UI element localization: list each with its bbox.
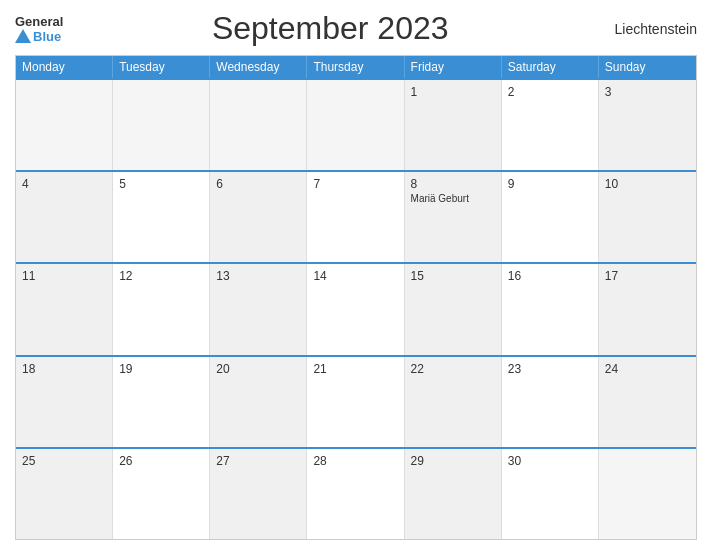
day-cell: 25 <box>16 449 113 539</box>
day-number: 10 <box>605 177 690 191</box>
day-cell: 27 <box>210 449 307 539</box>
day-cell: 16 <box>502 264 599 354</box>
day-number: 21 <box>313 362 397 376</box>
day-cell: 23 <box>502 357 599 447</box>
day-cell: 13 <box>210 264 307 354</box>
logo-general-text: General <box>15 14 63 29</box>
day-headers-row: MondayTuesdayWednesdayThursdayFridaySatu… <box>16 56 696 78</box>
day-header-thursday: Thursday <box>307 56 404 78</box>
week-row-4: 252627282930 <box>16 447 696 539</box>
day-header-friday: Friday <box>405 56 502 78</box>
day-number: 4 <box>22 177 106 191</box>
day-number: 20 <box>216 362 300 376</box>
day-number: 25 <box>22 454 106 468</box>
day-cell: 3 <box>599 80 696 170</box>
day-number: 6 <box>216 177 300 191</box>
day-number: 24 <box>605 362 690 376</box>
day-cell <box>210 80 307 170</box>
day-cell: 6 <box>210 172 307 262</box>
day-header-wednesday: Wednesday <box>210 56 307 78</box>
day-header-monday: Monday <box>16 56 113 78</box>
logo-triangle-icon <box>15 29 31 43</box>
day-number: 5 <box>119 177 203 191</box>
event-label: Mariä Geburt <box>411 193 495 204</box>
day-number: 11 <box>22 269 106 283</box>
day-cell: 8Mariä Geburt <box>405 172 502 262</box>
day-cell: 26 <box>113 449 210 539</box>
day-cell: 19 <box>113 357 210 447</box>
day-cell: 18 <box>16 357 113 447</box>
day-cell: 2 <box>502 80 599 170</box>
day-number: 14 <box>313 269 397 283</box>
calendar-header: General Blue September 2023 Liechtenstei… <box>15 10 697 47</box>
day-number: 28 <box>313 454 397 468</box>
day-number: 12 <box>119 269 203 283</box>
day-cell: 4 <box>16 172 113 262</box>
week-row-3: 18192021222324 <box>16 355 696 447</box>
day-number: 22 <box>411 362 495 376</box>
calendar-container: General Blue September 2023 Liechtenstei… <box>0 0 712 550</box>
week-row-1: 45678Mariä Geburt910 <box>16 170 696 262</box>
day-number: 7 <box>313 177 397 191</box>
day-number: 2 <box>508 85 592 99</box>
day-number: 19 <box>119 362 203 376</box>
day-cell: 21 <box>307 357 404 447</box>
day-cell: 17 <box>599 264 696 354</box>
day-number: 8 <box>411 177 495 191</box>
day-cell: 9 <box>502 172 599 262</box>
day-cell: 24 <box>599 357 696 447</box>
logo-blue-row: Blue <box>15 29 61 44</box>
day-number: 16 <box>508 269 592 283</box>
day-cell: 10 <box>599 172 696 262</box>
calendar-grid: MondayTuesdayWednesdayThursdayFridaySatu… <box>15 55 697 540</box>
day-number: 18 <box>22 362 106 376</box>
weeks-container: 12345678Mariä Geburt91011121314151617181… <box>16 78 696 539</box>
day-number: 9 <box>508 177 592 191</box>
day-cell <box>16 80 113 170</box>
country-label: Liechtenstein <box>597 21 697 37</box>
day-cell: 7 <box>307 172 404 262</box>
day-header-sunday: Sunday <box>599 56 696 78</box>
day-number: 3 <box>605 85 690 99</box>
calendar-title: September 2023 <box>63 10 597 47</box>
week-row-0: 123 <box>16 78 696 170</box>
day-cell: 30 <box>502 449 599 539</box>
day-header-saturday: Saturday <box>502 56 599 78</box>
day-cell <box>113 80 210 170</box>
day-cell: 29 <box>405 449 502 539</box>
day-cell <box>599 449 696 539</box>
logo-blue-text: Blue <box>33 29 61 44</box>
day-cell: 15 <box>405 264 502 354</box>
day-number: 26 <box>119 454 203 468</box>
day-number: 30 <box>508 454 592 468</box>
day-number: 13 <box>216 269 300 283</box>
logo: General Blue <box>15 14 63 44</box>
day-number: 29 <box>411 454 495 468</box>
day-cell: 5 <box>113 172 210 262</box>
day-cell: 20 <box>210 357 307 447</box>
day-cell: 14 <box>307 264 404 354</box>
day-number: 27 <box>216 454 300 468</box>
day-cell: 11 <box>16 264 113 354</box>
day-cell: 1 <box>405 80 502 170</box>
day-number: 1 <box>411 85 495 99</box>
day-cell: 12 <box>113 264 210 354</box>
day-number: 23 <box>508 362 592 376</box>
day-cell: 28 <box>307 449 404 539</box>
day-cell <box>307 80 404 170</box>
week-row-2: 11121314151617 <box>16 262 696 354</box>
day-cell: 22 <box>405 357 502 447</box>
day-number: 17 <box>605 269 690 283</box>
day-number: 15 <box>411 269 495 283</box>
day-header-tuesday: Tuesday <box>113 56 210 78</box>
